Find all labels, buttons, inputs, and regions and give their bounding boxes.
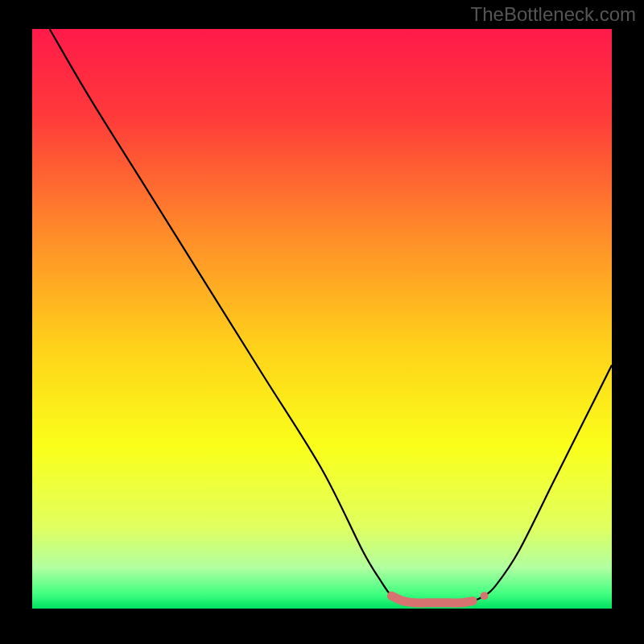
watermark-text: TheBottleneck.com <box>471 3 636 26</box>
chart-background <box>32 29 612 609</box>
chart-svg <box>32 29 612 609</box>
chart-plot-area <box>32 29 612 609</box>
highlight-end-dot <box>481 592 489 600</box>
